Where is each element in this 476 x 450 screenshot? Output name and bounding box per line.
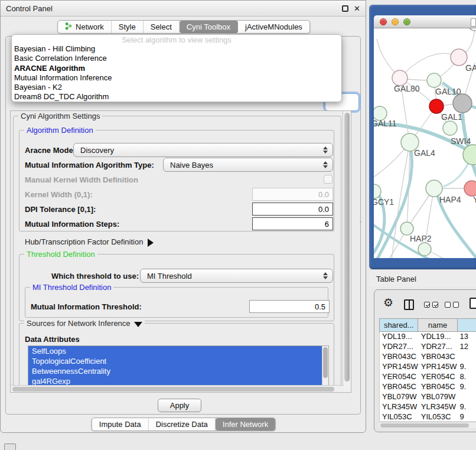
table-cell[interactable] (458, 392, 476, 402)
table-row[interactable]: YDR27...YDR27...12 (380, 342, 476, 352)
mi-steps-value: 6 (325, 220, 329, 229)
column-header-2[interactable] (458, 318, 476, 332)
table-horizontal-scrollbar[interactable] (379, 422, 476, 428)
table-cell[interactable]: 9 (458, 412, 476, 421)
table-cell[interactable]: YLR345W (419, 402, 458, 412)
network-node[interactable] (453, 94, 472, 113)
panel-resize-handle[interactable]: › (360, 219, 363, 224)
data-attributes-list[interactable]: SelfLoopsTopologicalCoefficientBetweenne… (28, 345, 329, 386)
algorithm-option-dream8-dc-tdc-algorithm[interactable]: Dream8 DC_TDC Algorithm (12, 92, 341, 102)
sources-label[interactable]: Sources for Network Inference (24, 319, 145, 328)
table-cell[interactable]: YER054C (419, 372, 458, 382)
tab-select[interactable]: Select (144, 21, 180, 33)
column-header-shared-[interactable]: shared... (379, 318, 418, 332)
close-window-icon[interactable] (380, 18, 387, 25)
table-cell[interactable]: YBL079W (380, 392, 419, 402)
network-node[interactable] (443, 121, 457, 135)
table-cell[interactable]: 13 (458, 332, 476, 342)
columns-icon[interactable] (404, 299, 414, 310)
network-node[interactable] (418, 243, 431, 256)
table-row[interactable]: YER054CYER054C8. (380, 372, 476, 382)
tab-impute-data[interactable]: Impute Data (92, 418, 149, 431)
table-cell[interactable]: YIL053C (380, 412, 419, 421)
node-label-gal11: GAL11 (374, 119, 397, 128)
attribute-item-betweennesscentrality[interactable]: BetweennessCentrality (28, 366, 322, 376)
mi-steps-field[interactable]: 6 (252, 217, 333, 230)
algorithm-option-bayesian-hill-climbing[interactable]: Bayesian - Hill Climbing (12, 44, 341, 54)
attribute-item-selfloops[interactable]: SelfLoops (28, 346, 322, 356)
new-table-icon[interactable] (470, 298, 476, 309)
gear-icon[interactable]: ⚙ (383, 297, 393, 308)
table-cell[interactable]: 9. (458, 382, 476, 392)
table-cell[interactable]: YDR27... (380, 342, 419, 352)
network-node-y[interactable] (464, 181, 476, 196)
apply-button[interactable]: Apply (158, 399, 201, 412)
network-node-gal1[interactable] (429, 99, 444, 113)
tab-jactivemnodules[interactable]: jActiveMNodules (238, 21, 309, 33)
table-cell[interactable]: YDL19... (380, 332, 419, 342)
network-node-gal10[interactable] (427, 73, 441, 87)
close-icon[interactable]: ✕ (354, 5, 360, 12)
table-cell[interactable]: 9. (458, 362, 476, 372)
which-threshold-combobox[interactable]: MI Threshold (140, 269, 333, 283)
network-node-hap2[interactable] (400, 222, 413, 235)
table-cell[interactable]: YBL079W (419, 392, 458, 402)
settings-vertical-scrollbar[interactable] (343, 111, 351, 392)
table-cell[interactable]: YDR27... (419, 342, 458, 352)
kernel-width-field[interactable]: 0.0 (252, 188, 333, 201)
table-row[interactable]: YLR345WYLR345W9. (380, 402, 476, 412)
algorithm-option-bayesian-k2[interactable]: Bayesian - K2 (12, 83, 341, 92)
table-cell[interactable]: YBR045C (419, 382, 458, 392)
table-cell[interactable]: YER054C (380, 372, 419, 382)
aracne-mode-combobox[interactable]: Discovery (73, 143, 333, 157)
network-window-titlebar[interactable] (374, 15, 476, 28)
network-node-hap4[interactable] (426, 180, 442, 197)
tab-network[interactable]: Network (58, 21, 112, 33)
column-header-name[interactable]: name (418, 318, 457, 332)
attribute-item-topologicalcoefficient[interactable]: TopologicalCoefficient (28, 356, 322, 366)
minimized-panel-icon[interactable] (4, 444, 16, 450)
table-cell[interactable]: 9. (458, 402, 476, 412)
network-scrollbar-partial[interactable] (471, 18, 476, 27)
table-row[interactable]: YBR043CYBR043C (380, 352, 476, 362)
table-row[interactable]: YIL053CYIL053C9 (380, 412, 476, 421)
table-cell[interactable]: YPR145W (419, 362, 458, 372)
network-node-gal[interactable] (451, 49, 467, 66)
minimize-window-icon[interactable] (392, 18, 399, 25)
table-row[interactable]: YBL079WYBL079W (380, 392, 476, 402)
mi-threshold-field[interactable]: 0.5 (249, 300, 330, 313)
table-cell[interactable]: YLR345W (380, 402, 419, 412)
table-cell[interactable]: YBR045C (380, 382, 419, 392)
tab-discretize-data[interactable]: Discretize Data (149, 418, 216, 431)
table-cell[interactable]: YDL19... (419, 332, 458, 342)
attributes-scrollbar[interactable] (322, 346, 328, 386)
control-panel-titlebar: Control Panel ✕ (1, 1, 366, 17)
table-cell[interactable]: YBR043C (419, 352, 458, 362)
zoom-window-icon[interactable] (403, 18, 410, 25)
settings-horizontal-scrollbar[interactable] (11, 385, 344, 392)
tab-infer-network[interactable]: Infer Network (216, 418, 275, 431)
tab-cyni-toolbox[interactable]: Cyni Toolbox (180, 21, 238, 33)
float-panel-icon[interactable] (342, 5, 348, 12)
tab-style[interactable]: Style (112, 21, 144, 33)
algorithm-option-aracne-algorithm[interactable]: ARACNE Algorithm (12, 64, 341, 73)
deselect-all-icon[interactable] (445, 302, 459, 308)
hub-definition-expander[interactable]: Hub/Transcription Factor Definition (25, 237, 154, 247)
mi-algorithm-type-combobox[interactable]: Naive Bayes (163, 158, 333, 172)
table-cell[interactable] (458, 352, 476, 362)
manual-kernel-width-checkbox[interactable] (324, 175, 332, 184)
table-cell[interactable]: YBR043C (380, 352, 419, 362)
algorithm-option-basic-correlation-inference[interactable]: Basic Correlation Inference (12, 54, 341, 63)
network-canvas[interactable]: GALGAL80GAL10GAL1GAL11SWI4GAL4GCY1HAP4YH… (374, 28, 476, 258)
table-cell[interactable]: 8. (458, 372, 476, 382)
dpi-tolerance-field[interactable]: 0.0 (252, 203, 333, 216)
table-cell[interactable]: YIL053C (419, 412, 458, 421)
select-all-icon[interactable] (424, 302, 438, 308)
table-cell[interactable]: YPR145W (380, 362, 419, 372)
table-cell[interactable]: 12 (458, 342, 476, 352)
table-row[interactable]: YBR045CYBR045C9. (380, 382, 476, 392)
table-row[interactable]: YDL19...YDL19...13 (380, 332, 476, 342)
table-row[interactable]: YPR145WYPR145W9. (380, 362, 476, 372)
network-node[interactable] (468, 28, 476, 31)
algorithm-option-mutual-information-inference[interactable]: Mutual Information Inference (12, 73, 341, 83)
